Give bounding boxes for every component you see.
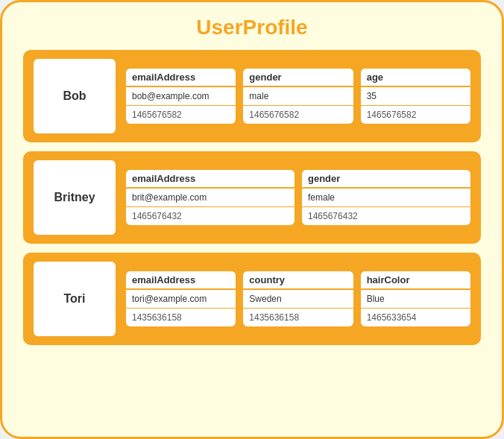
field-timestamp-tori-country: 1435636158 [243,309,353,326]
field-block-bob-gender: gendermale1465676582 [243,69,353,124]
field-value-tori-emailaddress: tori@example.com [126,290,236,309]
field-value-tori-haircolor: Blue [361,290,470,309]
field-value-bob-gender: male [243,87,353,106]
field-timestamp-britney-emailaddress: 1465676432 [126,207,294,225]
field-label-tori-emailaddress: emailAddress [126,271,236,290]
user-name-tori: Tori [34,262,116,336]
field-timestamp-tori-emailaddress: 1435636158 [126,309,236,326]
field-timestamp-britney-gender: 1465676432 [302,207,470,225]
user-card-britney: BritneyemailAddressbrit@example.com14656… [23,151,481,244]
field-block-tori-emailaddress: emailAddresstori@example.com1435636158 [126,271,236,326]
field-label-bob-age: age [361,69,470,87]
user-fields-tori: emailAddresstori@example.com1435636158co… [126,271,470,326]
main-container: UserProfile BobemailAddressbob@example.c… [0,0,504,439]
field-label-tori-haircolor: hairColor [361,271,470,290]
field-value-tori-country: Sweden [243,290,353,309]
field-label-tori-country: country [243,271,353,290]
field-value-bob-emailaddress: bob@example.com [126,87,236,106]
field-timestamp-tori-haircolor: 1465633654 [361,309,470,326]
user-name-bob: Bob [34,59,116,133]
field-timestamp-bob-age: 1465676582 [361,106,470,124]
field-value-britney-gender: female [302,189,470,207]
user-name-britney: Britney [34,160,116,235]
field-block-britney-gender: genderfemale1465676432 [302,170,470,225]
field-label-britney-gender: gender [302,170,470,189]
user-card-tori: ToriemailAddresstori@example.com14356361… [23,253,481,345]
field-value-britney-emailaddress: brit@example.com [126,189,294,207]
field-label-bob-emailaddress: emailAddress [126,69,236,87]
user-fields-britney: emailAddressbrit@example.com1465676432ge… [126,170,470,225]
field-label-bob-gender: gender [243,69,353,87]
field-block-bob-age: age351465676582 [361,69,470,124]
field-value-bob-age: 35 [361,87,470,106]
field-block-tori-country: countrySweden1435636158 [243,271,353,326]
user-card-bob: BobemailAddressbob@example.com1465676582… [23,50,481,142]
field-block-tori-haircolor: hairColorBlue1465633654 [361,271,470,326]
field-timestamp-bob-gender: 1465676582 [243,106,353,124]
page-title: UserProfile [196,16,307,40]
field-label-britney-emailaddress: emailAddress [126,170,294,189]
field-block-bob-emailaddress: emailAddressbob@example.com1465676582 [126,69,236,124]
field-block-britney-emailaddress: emailAddressbrit@example.com1465676432 [126,170,294,225]
user-fields-bob: emailAddressbob@example.com1465676582gen… [126,69,470,124]
field-timestamp-bob-emailaddress: 1465676582 [126,106,236,124]
